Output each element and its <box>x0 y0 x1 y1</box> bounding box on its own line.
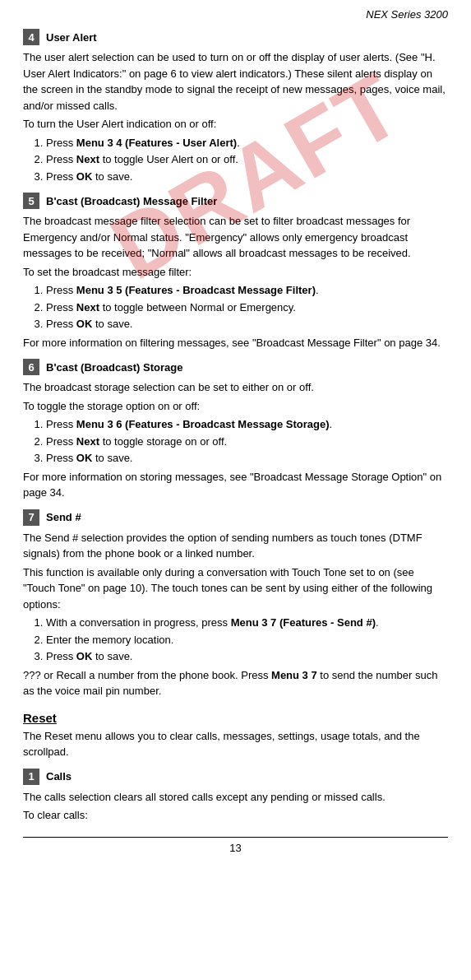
step-item: Press OK to save. <box>46 450 448 467</box>
step-bold: OK <box>76 170 93 183</box>
step-bold: Menu 3 6 (Features - Broadcast Message S… <box>76 418 330 430</box>
step-bold: OK <box>76 650 93 662</box>
reset-sub1-header: 1 Calls <box>23 769 448 785</box>
step-item: Press Next to toggle storage on or off. <box>46 434 448 450</box>
section-7-after: ??? or Recall a number from the phone bo… <box>23 667 448 699</box>
step-bold: Next <box>76 301 99 314</box>
section-7-header: 7 Send # <box>23 509 448 526</box>
step-item: Press Next to toggle User Alert on or of… <box>46 151 448 168</box>
reset-sub1-text: The calls selection clears all stored ca… <box>23 789 448 806</box>
step-item: Press OK to save. <box>46 169 448 185</box>
step-bold: OK <box>76 318 93 330</box>
section-5-number: 5 <box>23 193 39 209</box>
reset-section: Reset The Reset menu allows you to clear… <box>23 711 448 760</box>
section-5-after: For more information on filtering messag… <box>23 335 448 351</box>
step-item: Press Menu 3 6 (Features - Broadcast Mes… <box>46 416 448 433</box>
reset-sub1-number: 1 <box>23 769 39 785</box>
section-4-header: 4 User Alert <box>23 29 448 45</box>
step-bold: Menu 3 7 (Features - Send #) <box>231 616 376 629</box>
section-7-steps: With a conversation in progress, press M… <box>46 615 448 665</box>
step-bold: Next <box>76 435 99 448</box>
section-4-number: 4 <box>23 29 39 45</box>
step-item: Press Next to toggle between Normal or E… <box>46 300 448 316</box>
page-number: 13 <box>23 837 448 854</box>
section-7-para1: The Send # selection provides the option… <box>23 530 448 562</box>
section-4-title: User Alert <box>46 31 97 44</box>
step-bold: Menu 3 7 <box>271 669 317 681</box>
step-bold: Menu 3 5 (Features - Broadcast Message F… <box>76 284 316 296</box>
section-7-para2: This function is available only during a… <box>23 564 448 613</box>
section-6-para1: The broadcast storage selection can be s… <box>23 379 448 396</box>
section-7-title: Send # <box>46 511 81 523</box>
section-6-after: For more information on storing messages… <box>23 469 448 501</box>
section-6-title: B'cast (Broadcast) Storage <box>46 361 182 374</box>
section-6-steps: Press Menu 3 6 (Features - Broadcast Mes… <box>46 416 448 467</box>
section-5-para2: To set the broadcast message filter: <box>23 264 448 281</box>
section-5-steps: Press Menu 3 5 (Features - Broadcast Mes… <box>46 282 448 332</box>
section-6-para2: To toggle the storage option on or off: <box>23 398 448 415</box>
reset-intro: The Reset menu allows you to clear calls… <box>23 728 448 760</box>
step-item: Press OK to save. <box>46 648 448 665</box>
section-4-para2: To turn the User Alert indication on or … <box>23 116 448 132</box>
section-7-number: 7 <box>23 509 39 526</box>
reset-sub1-title: Calls <box>46 770 72 783</box>
section-6-header: 6 B'cast (Broadcast) Storage <box>23 359 448 375</box>
step-item: Enter the memory location. <box>46 632 448 648</box>
reset-title: Reset <box>23 711 448 725</box>
step-item: Press OK to save. <box>46 316 448 332</box>
section-5-title: B'cast (Broadcast) Message Filter <box>46 195 217 207</box>
section-6-number: 6 <box>23 359 39 375</box>
page-title: NEX Series 3200 <box>23 8 448 21</box>
step-bold: Next <box>76 153 99 165</box>
step-item: With a conversation in progress, press M… <box>46 615 448 631</box>
step-bold: Menu 3 4 (Features - User Alert) <box>76 137 237 149</box>
section-5-header: 5 B'cast (Broadcast) Message Filter <box>23 193 448 209</box>
section-4-steps: Press Menu 3 4 (Features - User Alert). … <box>46 135 448 185</box>
section-5-para1: The broadcast message filter selection c… <box>23 213 448 262</box>
reset-sub1-text2: To clear calls: <box>23 807 448 824</box>
step-item: Press Menu 3 4 (Features - User Alert). <box>46 135 448 151</box>
step-bold: OK <box>76 452 93 464</box>
step-item: Press Menu 3 5 (Features - Broadcast Mes… <box>46 282 448 299</box>
section-4-para1: The user alert selection can be used to … <box>23 49 448 114</box>
page-container: DRAFT NEX Series 3200 4 User Alert The u… <box>0 0 471 980</box>
